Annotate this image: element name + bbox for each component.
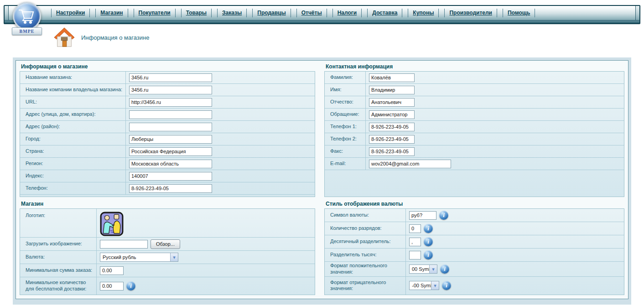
positive-format-select[interactable]: 00 Symb ▾ [409, 265, 437, 274]
home-icon [54, 26, 75, 48]
form-row: Город: [20, 133, 315, 145]
nav-item-products[interactable]: Товары [181, 9, 212, 17]
form-row: Имя: [325, 84, 624, 96]
field-label: Название компании владельца магазина: [20, 84, 126, 96]
contact-heading: Контактная информация [326, 63, 624, 70]
fax-input[interactable] [369, 147, 415, 156]
shop-info-section: Информация о магазине Название магазина:… [20, 62, 315, 295]
city-input[interactable] [129, 135, 212, 144]
top-navbar: Настройки Магазин Покупатели Товары Зака… [4, 5, 640, 24]
info-icon[interactable]: i [126, 281, 135, 290]
field-label: Разделитель тысяч: [325, 249, 406, 261]
nav-item-shipping[interactable]: Доставка [367, 9, 402, 17]
nav-item-manufacturers[interactable]: Производители [444, 9, 497, 17]
phone-input[interactable] [129, 184, 212, 193]
shop-info-box: Название магазина: Название компании вла… [20, 71, 315, 197]
contact-section: Контактная информация Фамилия: Имя: Отче… [324, 62, 624, 295]
decimal-separator-input[interactable] [409, 238, 421, 246]
form-row: Логотип: [20, 209, 315, 238]
form-row: Загрузить изображение: Обзор... [20, 238, 315, 251]
salutation-input[interactable] [369, 110, 415, 119]
field-label: Десятичный разделитель: [325, 235, 406, 248]
phone1-input[interactable] [369, 123, 415, 131]
currency-style-box: Символ валюты: i Количество разрядов: i [324, 208, 624, 295]
middlename-input[interactable] [369, 98, 415, 107]
navbar-gradient: Настройки Магазин Покупатели Товары Зака… [5, 6, 639, 20]
min-free-qty-input[interactable] [100, 282, 124, 290]
nav-item-taxes[interactable]: Налоги [332, 9, 362, 17]
info-icon[interactable]: i [424, 250, 433, 259]
nav-item-reports[interactable]: Отчёты [296, 9, 327, 17]
app-logo[interactable]: BMPE [12, 2, 43, 36]
form-row: Название магазина: [20, 72, 315, 84]
phone2-input[interactable] [369, 135, 415, 144]
currency-select[interactable]: Русский рубль ▾ [100, 253, 178, 262]
email-input[interactable] [369, 160, 451, 168]
chevron-down-icon: ▾ [431, 281, 439, 290]
form-row: Телефон 2: [325, 133, 624, 145]
form-row: Телефон: [20, 182, 315, 195]
chevron-down-icon: ▾ [170, 253, 178, 261]
zip-input[interactable] [129, 172, 212, 181]
form-row: Адрес (район): [20, 121, 315, 133]
content-wrapper: Информация о магазине Название магазина:… [13, 57, 631, 305]
decimal-places-input[interactable] [409, 224, 421, 233]
browse-button[interactable]: Обзор... [151, 239, 180, 249]
nav-item-orders[interactable]: Заказы [217, 9, 247, 17]
info-icon[interactable]: i [424, 237, 433, 246]
region-input[interactable] [129, 160, 212, 168]
page-title: Информация о магазине [81, 34, 149, 41]
nav-item-coupons[interactable]: Купоны [408, 9, 439, 17]
nav-item-help[interactable]: Помощь [503, 9, 535, 17]
nav-item-shop[interactable]: Магазин [95, 9, 128, 17]
form-row: Разделитель тысяч: i [325, 249, 624, 262]
country-input[interactable] [129, 147, 212, 156]
field-label: Обращение: [325, 109, 366, 120]
field-label: Символ валюты: [325, 209, 406, 222]
nav-item-vendors[interactable]: Продавцы [252, 9, 291, 17]
info-icon[interactable]: i [442, 281, 451, 290]
navbar-endcap-right [635, 6, 639, 20]
info-icon[interactable]: i [439, 211, 448, 220]
info-icon[interactable]: i [440, 265, 449, 274]
thousands-separator-input[interactable] [409, 251, 421, 259]
shop-info-heading: Информация о магазине [21, 63, 315, 70]
form-row: Десятичный разделитель: i [325, 235, 624, 249]
panel-grid: Информация о магазине Название магазина:… [20, 62, 624, 295]
upload-file-input[interactable] [100, 240, 148, 249]
field-label: Количество разрядов: [325, 222, 406, 235]
currency-select-value: Русский рубль [100, 253, 170, 261]
field-label: Телефон 1: [325, 121, 366, 133]
field-label: Город: [20, 133, 126, 145]
form-row: URL: [20, 96, 315, 109]
form-row: Регион: [20, 158, 315, 170]
field-label: Телефон: [20, 182, 126, 194]
contact-box: Фамилия: Имя: Отчество: Обращение: [324, 71, 624, 197]
shop-name-input[interactable] [129, 73, 212, 82]
min-order-input[interactable] [100, 266, 124, 275]
field-label: Отчество: [325, 96, 366, 108]
page-title-row: Информация о магазине [54, 26, 149, 48]
form-row: Название компании владельца магазина: [20, 84, 315, 96]
info-icon[interactable]: i [424, 224, 433, 233]
form-row: Фамилия: [325, 72, 624, 84]
address-district-input[interactable] [129, 123, 212, 131]
navbar-endcap-left [5, 6, 9, 20]
nav-item-settings[interactable]: Настройки [51, 9, 90, 17]
field-label: Формат положительного значения: [325, 262, 406, 276]
lastname-input[interactable] [369, 73, 415, 82]
negative-format-value: -00 Symb [410, 281, 431, 290]
negative-format-select[interactable]: -00 Symb ▾ [409, 281, 439, 290]
firstname-input[interactable] [369, 86, 415, 94]
field-label: Логотип: [20, 209, 97, 237]
form-row: E-mail: [325, 158, 624, 170]
company-name-input[interactable] [129, 86, 212, 94]
url-input[interactable] [129, 98, 212, 107]
shop-box: Логотип: [20, 208, 315, 295]
currency-symbol-input[interactable] [409, 211, 436, 220]
nav-item-customers[interactable]: Покупатели [134, 9, 176, 17]
form-row: Адрес (улица, дом, квартира): [20, 109, 315, 121]
field-label: Загрузить изображение: [20, 238, 97, 250]
form-row: Символ валюты: i [325, 209, 624, 222]
address-street-input[interactable] [129, 110, 212, 119]
